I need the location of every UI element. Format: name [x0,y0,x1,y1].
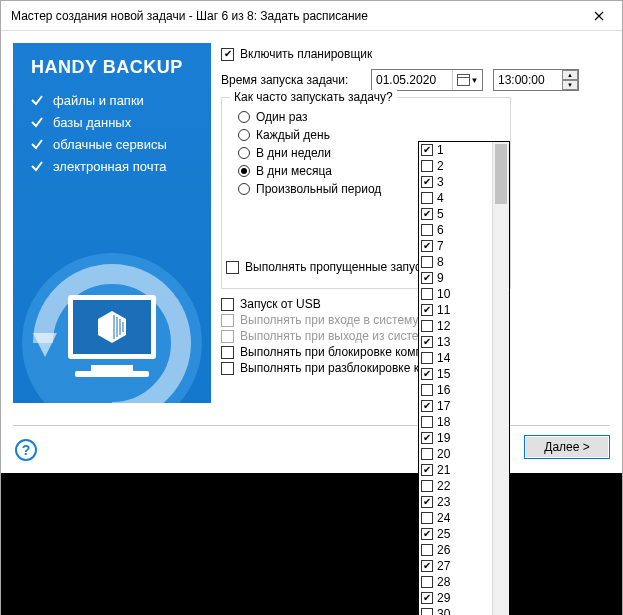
lock-label: Выполнять при блокировке компьют [240,345,442,359]
day-checkbox[interactable] [421,384,433,396]
date-input[interactable]: 01.05.2020 ▼ [371,69,483,91]
logout-checkbox [221,330,234,343]
close-button[interactable] [576,1,622,31]
day-number: 24 [437,511,450,525]
day-checkbox[interactable] [421,528,433,540]
day-number: 5 [437,207,444,221]
date-value: 01.05.2020 [372,73,452,87]
day-checkbox[interactable] [421,448,433,460]
day-checkbox[interactable] [421,224,433,236]
day-number: 11 [437,303,450,317]
radio-icon[interactable] [238,147,250,159]
radio-icon[interactable] [238,183,250,195]
day-checkbox[interactable] [421,256,433,268]
days-scrollbar[interactable] [492,142,509,615]
svg-rect-5 [75,371,149,377]
backup-illustration [13,233,211,403]
day-checkbox[interactable] [421,160,433,172]
sidebar-feature-item: файлы и папки [29,92,211,108]
usb-checkbox[interactable] [221,298,234,311]
day-number: 17 [437,399,450,413]
day-checkbox[interactable] [421,304,433,316]
day-number: 28 [437,575,450,589]
run-missed-label: Выполнять пропущенные запуски [245,260,433,274]
day-number: 25 [437,527,450,541]
day-checkbox[interactable] [421,464,433,476]
day-number: 23 [437,495,450,509]
next-button[interactable]: Далее > [524,435,610,459]
radio-icon[interactable] [238,129,250,141]
enable-scheduler-label: Включить планировщик [240,47,372,61]
day-checkbox[interactable] [421,240,433,252]
sidebar-item-label: облачные сервисы [53,137,167,152]
day-checkbox[interactable] [421,560,433,572]
unlock-label: Выполнять при разблокировке комп [240,361,441,375]
sidebar-item-label: базы данных [53,115,131,130]
day-checkbox[interactable] [421,480,433,492]
run-missed-checkbox[interactable] [226,261,239,274]
day-checkbox[interactable] [421,416,433,428]
day-number: 2 [437,159,444,173]
radio-icon[interactable] [238,111,250,123]
logout-label: Выполнять при выходе из системы [240,329,435,343]
day-checkbox[interactable] [421,496,433,508]
check-icon [29,92,45,108]
day-number: 10 [437,287,450,301]
day-checkbox[interactable] [421,544,433,556]
login-checkbox [221,314,234,327]
freq-option[interactable]: Один раз [238,110,500,124]
sidebar-item-label: электронная почта [53,159,166,174]
day-number: 18 [437,415,450,429]
help-icon[interactable]: ? [15,439,37,461]
day-checkbox[interactable] [421,288,433,300]
check-icon [29,136,45,152]
check-icon [29,158,45,174]
day-number: 16 [437,383,450,397]
sidebar-item-label: файлы и папки [53,93,144,108]
day-checkbox[interactable] [421,512,433,524]
sidebar-feature-item: электронная почта [29,158,211,174]
calendar-dropdown-icon[interactable]: ▼ [452,70,482,90]
brand-title: HANDY BACKUP [31,57,211,78]
day-number: 15 [437,367,450,381]
day-number: 30 [437,607,450,615]
day-number: 26 [437,543,450,557]
freq-option-label: В дни недели [256,146,331,160]
day-checkbox[interactable] [421,592,433,604]
day-checkbox[interactable] [421,608,433,615]
day-checkbox[interactable] [421,176,433,188]
freq-option[interactable]: Каждый день [238,128,500,142]
day-number: 12 [437,319,450,333]
scrollbar-thumb[interactable] [495,144,507,204]
day-checkbox[interactable] [421,208,433,220]
day-number: 3 [437,175,444,189]
day-checkbox[interactable] [421,576,433,588]
titlebar: Мастер создания новой задачи - Шаг 6 из … [1,1,622,31]
day-number: 14 [437,351,450,365]
day-checkbox[interactable] [421,352,433,364]
day-checkbox[interactable] [421,320,433,332]
unlock-checkbox[interactable] [221,362,234,375]
day-checkbox[interactable] [421,368,433,380]
day-number: 4 [437,191,444,205]
day-number: 19 [437,431,450,445]
day-number: 21 [437,463,450,477]
day-checkbox[interactable] [421,336,433,348]
day-number: 27 [437,559,450,573]
lock-checkbox[interactable] [221,346,234,359]
day-checkbox[interactable] [421,144,433,156]
radio-icon[interactable] [238,165,250,177]
day-checkbox[interactable] [421,192,433,204]
start-time-label: Время запуска задачи: [221,73,361,87]
footer: ? Далее > [13,425,610,467]
day-checkbox[interactable] [421,400,433,412]
svg-rect-4 [91,365,133,371]
day-checkbox[interactable] [421,272,433,284]
time-input[interactable]: 13:00:00 ▲▼ [493,69,579,91]
login-label: Выполнять при входе в систему [240,313,418,327]
day-checkbox[interactable] [421,432,433,444]
check-icon [29,114,45,130]
time-spinner[interactable]: ▲▼ [562,70,578,90]
enable-scheduler-checkbox[interactable] [221,48,234,61]
outside-area [1,473,622,615]
